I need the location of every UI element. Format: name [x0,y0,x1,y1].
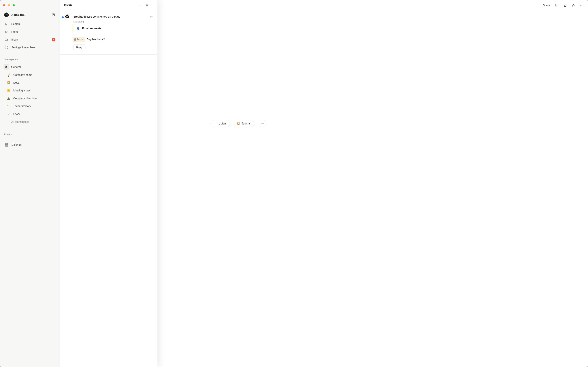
calendar-icon: 21 [4,142,9,147]
sidebar: ACME Acme Inc. Search [0,0,60,150]
house-tile-icon [3,64,9,70]
notification-title: Stephanie Leecommented on a page [73,15,143,19]
comment-text: Any feedback? [86,38,105,41]
page-title: Email requests [82,27,102,30]
unread-count-badge: 1 [52,38,55,42]
inbox-icon [4,38,8,42]
notebook-icon [6,81,10,85]
chevron-down-icon [27,14,29,16]
question-mark-icon: ? [6,112,10,116]
quote-bar [73,25,73,32]
sidebar-item-all-teamspaces[interactable]: All teamspaces [0,119,60,125]
notification-context: Marketing [73,20,84,23]
fullscreen-button[interactable] [13,4,15,6]
mention-chip[interactable]: @Jeslyn [73,37,85,42]
home-icon [4,30,8,34]
teamspaces-section-header: Teamspaces [4,58,18,60]
svg-text:21: 21 [6,144,8,147]
sidebar-item-docs[interactable]: Docs [0,80,60,86]
gear-icon [4,46,8,49]
page-reference[interactable]: Email requests [73,25,102,32]
new-page-icon[interactable] [52,13,56,17]
author-name: Stephanie Lee [73,15,92,18]
notification-action: commented on a page [93,15,120,18]
sidebar-item-search[interactable]: Search [0,21,60,27]
unread-dot [62,16,64,18]
mountain-icon [6,96,10,100]
sidebar-item-calendar[interactable]: 21 Calendar [0,142,60,148]
ellipsis-icon [5,120,9,124]
sidebar-item-general[interactable]: General [0,64,60,70]
avatar [64,14,70,20]
inbox-more-icon[interactable] [137,4,141,7]
search-icon [4,22,8,26]
svg-text:ACME: ACME [5,14,8,16]
sidebar-item-meeting-notes[interactable]: Meeting Notes [0,87,60,94]
workspace-name: Acme Inc. [11,13,25,17]
journal-pill-button[interactable]: Journal [233,120,235,127]
sidebar-item-faqs[interactable]: ? FAQs [0,111,60,117]
comment-body: @Jeslyn Any feedback? [73,37,105,42]
sidebar-item-team-directory[interactable]: Team directory [0,103,60,109]
blossom-icon [6,89,10,93]
sheaf-of-rice-icon [6,73,10,77]
divider [60,54,157,55]
private-section-header: Private [4,133,12,135]
sidebar-item-company-objectives[interactable]: Company objectives [0,95,60,101]
sidebar-item-settings[interactable]: Settings & members [0,44,60,50]
inbox-panel: Inbox [60,0,157,150]
inbox-panel-title: Inbox [64,3,72,6]
cyclone-icon [76,27,80,30]
app-window: ACME Acme Inc. Search [0,0,235,150]
sidebar-item-home[interactable]: Home [0,29,60,35]
sidebar-item-inbox[interactable]: Inbox 1 [0,37,60,43]
plan-pill-button[interactable]: y plan [211,120,230,127]
inbox-filter-icon[interactable] [145,4,149,7]
notification-timestamp: 7m [150,15,153,18]
minimize-button[interactable] [8,4,10,6]
workspace-switcher[interactable]: ACME Acme Inc. [0,12,60,18]
sidebar-item-company-home[interactable]: Company home [0,72,60,78]
workspace-logo: ACME [4,12,9,17]
reply-button[interactable]: Reply [73,44,86,50]
close-button[interactable] [3,4,5,6]
sun-behind-cloud-icon [6,104,10,108]
svg-text:?: ? [8,112,9,116]
window-controls [3,4,15,6]
